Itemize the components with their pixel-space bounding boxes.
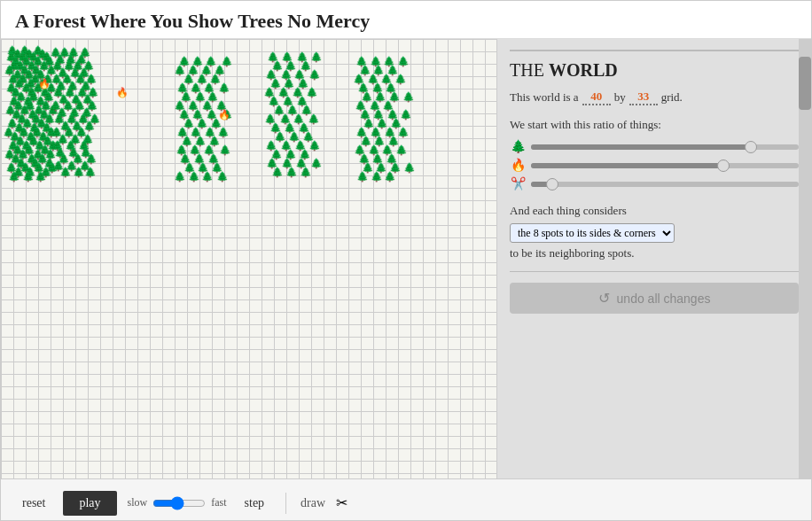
fire-slider-row: 🔥 [510, 158, 799, 173]
slow-label: slow [128, 496, 148, 509]
scissors-slider-row: ✂️ [510, 176, 799, 191]
grid-width-input[interactable] [582, 89, 611, 105]
tree: 🌲 [73, 167, 85, 177]
tree: 🌲 [403, 163, 416, 173]
tree-slider-row: 🌲 [510, 139, 799, 154]
controls-divider [285, 493, 286, 514]
tree: 🌲 [35, 172, 47, 182]
controls-bar: reset play slow fast step draw ✂ [1, 478, 811, 521]
tree: 🌲 [356, 172, 369, 182]
speed-control: slow fast [128, 496, 227, 510]
tree: 🌲 [384, 172, 396, 182]
tree: 🌲 [371, 172, 383, 182]
title-bold: A Forest [15, 10, 86, 32]
reset-button[interactable]: reset [15, 493, 52, 514]
tree: 🌲 [300, 167, 312, 177]
title-rest: Where You Show Trees No Mercy [86, 10, 371, 32]
world-description: This world is a by grid. [510, 89, 799, 105]
tree: 🌲 [84, 167, 97, 177]
game-canvas-area[interactable]: 🌲🌲🌲🌲🌲🌲🌲🌲🌲🌲🌲🌲🌲🌲🌲🌲🌲🌲🌲🌲🌲🌲🌲🌲🌲🌲🌲🌲🌲🌲🌲🌲🌲🌲🌲🌲🌲🌲🌲🌲… [1, 39, 497, 478]
sidebar-top-divider [510, 50, 799, 51]
scrollbar-thumb[interactable] [799, 57, 811, 110]
fast-label: fast [211, 496, 226, 509]
considers-select[interactable]: the 8 spots to its sides & corners the 4… [510, 223, 675, 243]
draw-label: draw [301, 496, 325, 510]
tree: 🌲 [201, 172, 214, 182]
considers-suffix: to be its neighboring spots. [510, 246, 634, 260]
fire: 🔥 [218, 110, 230, 120]
undo-icon: ↺ [598, 290, 610, 307]
tree-icon: 🌲 [510, 139, 526, 154]
undo-label: undo all changes [617, 292, 711, 306]
tree: 🌲 [219, 145, 231, 155]
tree: 🌲 [271, 167, 284, 177]
tree: 🌲 [218, 83, 230, 93]
speed-slider[interactable] [152, 496, 206, 510]
fire-slider[interactable] [531, 163, 799, 168]
grid-canvas[interactable]: 🌲🌲🌲🌲🌲🌲🌲🌲🌲🌲🌲🌲🌲🌲🌲🌲🌲🌲🌲🌲🌲🌲🌲🌲🌲🌲🌲🌲🌲🌲🌲🌲🌲🌲🌲🌲🌲🌲🌲🌲… [1, 39, 496, 478]
fire-icon: 🔥 [510, 158, 526, 173]
tree: 🌲 [397, 57, 410, 66]
tree: 🌲 [310, 52, 323, 62]
tree: 🌲 [174, 172, 186, 182]
considers-label: And each thing considers [510, 204, 799, 218]
play-button[interactable]: play [63, 491, 116, 516]
page-title: A Forest Where You Show Trees No Mercy [1, 1, 811, 39]
tree: 🌲 [285, 167, 298, 177]
scissors-slider[interactable] [531, 182, 799, 187]
tree: 🌲 [22, 172, 35, 182]
ratio-sliders: 🌲 🔥 ✂️ [510, 139, 799, 191]
tree: 🌲 [188, 172, 200, 182]
tree: 🌲 [216, 172, 229, 182]
step-button[interactable]: step [238, 493, 272, 514]
tree: 🌲 [59, 167, 72, 177]
tree-slider[interactable] [531, 144, 799, 150]
grid-height-input[interactable] [629, 89, 658, 105]
draw-scissors-icon[interactable]: ✂ [336, 494, 347, 511]
sidebar: THE WORLD This world is a by grid. We st… [497, 39, 811, 478]
undo-button[interactable]: ↺ undo all changes [510, 283, 799, 314]
tree: 🌲 [310, 159, 323, 168]
tree: 🌲 [8, 172, 20, 182]
sidebar-divider [510, 271, 799, 272]
tree: 🌲 [308, 70, 321, 80]
fire: 🔥 [38, 79, 51, 89]
world-title: THE WORLD [510, 60, 799, 81]
scissors-icon: ✂️ [510, 176, 526, 191]
fire: 🔥 [116, 88, 129, 97]
sidebar-scrollbar[interactable] [799, 39, 811, 478]
ratio-label: We start with this ratio of things: [510, 118, 799, 132]
tree: 🌲 [402, 92, 415, 102]
